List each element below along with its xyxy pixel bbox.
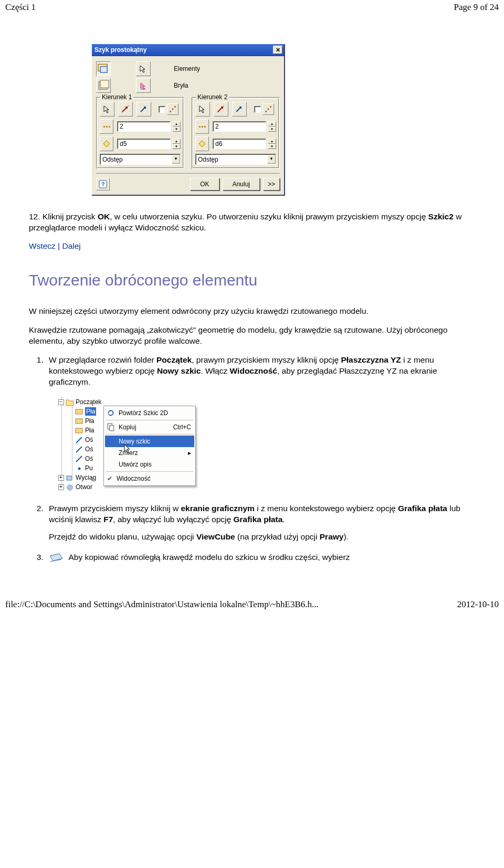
collapse-icon[interactable]: − [58,399,64,405]
filter-elements-icon[interactable] [96,61,111,76]
chevron-down-icon[interactable]: ▼ [267,155,276,164]
ok-button[interactable]: OK [190,178,219,190]
dir1-dim-icon [100,136,113,151]
dir1-spacing-select[interactable]: Odstęp▼ [100,154,181,165]
svg-point-10 [265,111,267,112]
check-icon: ✔ [106,474,113,483]
tree-item[interactable]: Oś [85,454,93,463]
dir1-midplane-icon[interactable] [136,102,151,117]
svg-point-24 [69,486,71,489]
axis-icon [75,436,83,444]
ctx-measure-item[interactable]: Zmierz ▸ [105,447,194,459]
dialog-window: Szyk prostokątny ✕ Elementy [92,44,285,196]
dir2-flip-icon[interactable] [214,102,228,117]
tree-bottom-item[interactable]: Otwor [76,483,92,491]
svg-point-21 [78,467,81,470]
dir1-count-spinner[interactable]: ▲▼ [172,121,181,132]
ctx-create-desc-item[interactable]: Utwórz opis [105,459,194,470]
svg-point-6 [170,111,171,112]
ctx-new-sketch-item[interactable]: Nowy szkic [105,436,194,447]
dir2-count-spinner[interactable]: ▲▼ [268,121,276,132]
section-p1: W niniejszej części utworzymy element od… [29,306,475,317]
expand-icon[interactable]: + [58,475,64,481]
chevron-down-icon[interactable]: ▼ [172,155,180,164]
tree-selected-item[interactable]: Pła [85,407,96,416]
filter-solid-icon[interactable] [96,78,111,93]
close-icon[interactable]: ✕ [273,46,282,54]
plane-icon [75,408,83,416]
dir1-count-input[interactable]: 2 [117,121,171,132]
select-elements-cursor-icon[interactable] [136,61,151,76]
nav-next-link[interactable]: Dalej [62,241,80,250]
tree-root-label[interactable]: Początek [76,398,101,406]
svg-rect-3 [100,80,109,88]
help-icon[interactable]: ? [96,178,110,190]
svg-point-12 [270,106,271,108]
direction2-label: Kierunek 2 [196,93,229,101]
svg-line-20 [76,456,82,462]
nav-links: Wstecz | Dalej [29,241,475,252]
ctx-copy-item[interactable]: Kopiuj Ctrl+C [105,421,194,433]
browser-tree-figure: − Początek Pła Pła Pła Oś Oś Oś Pu +Wyci… [56,397,195,492]
dir1-pattern-icon[interactable] [167,103,178,115]
svg-line-19 [76,447,82,452]
footer-path: file://C:\Documents and Settings\Adminis… [5,599,319,610]
step-2: Prawym przyciskiem myszy kliknij w ekran… [46,503,475,543]
dir2-dim-input[interactable]: d6 [213,139,266,149]
dir1-dim-spinner[interactable]: ▲▼ [172,139,181,149]
svg-rect-22 [67,476,72,480]
axis-icon [75,455,83,463]
dir1-checkbox[interactable] [159,106,165,113]
svg-rect-26 [110,426,114,431]
dir2-midplane-icon[interactable] [232,102,247,117]
tree-item[interactable]: Pła [85,417,94,425]
tree-item[interactable]: Pu [85,464,93,472]
folder-icon [66,398,74,406]
cancel-button[interactable]: Anuluj [223,178,260,190]
step-1: W przeglądarce rozwiń folder Początek, p… [46,355,475,388]
tree-item[interactable]: Pła [85,426,94,435]
dir1-flip-icon[interactable] [118,102,133,117]
dir1-count-icon [100,119,113,134]
expand-icon[interactable]: + [58,484,64,490]
repeat-icon [106,408,116,418]
svg-text:?: ? [101,181,105,187]
dir1-dim-input[interactable]: d5 [117,139,171,149]
extrude-icon [66,474,74,482]
dialog-titlebar[interactable]: Szyk prostokątny ✕ [92,44,284,56]
nav-back-link[interactable]: Wstecz [29,241,56,250]
dir2-pick-cursor-icon[interactable] [195,102,210,117]
dir2-dim-spinner[interactable]: ▲▼ [268,139,276,149]
footer-date: 2012-10-10 [457,599,499,610]
ctx-repeat-item[interactable]: Powtórz Szkic 2D [105,407,194,419]
plane-icon [75,417,83,425]
dir2-checkbox[interactable] [254,106,261,113]
tree-item[interactable]: Oś [85,436,93,444]
dir2-count-input[interactable]: 2 [213,121,266,132]
tree-bottom-item[interactable]: Wyciąg [76,473,96,482]
solid-label: Bryła [174,81,188,90]
expand-button[interactable]: >> [263,178,280,190]
dir2-count-icon [195,119,209,134]
section-p2: Krawędzie rzutowane pomagają „zakotwiczy… [29,325,475,347]
dir2-spacing-select[interactable]: Odstęp▼ [195,154,276,165]
page-header-right: Page 9 of 24 [454,2,499,13]
copy-icon [106,422,116,432]
step-3: Aby kopiować równoległą krawędź modelu d… [46,552,475,564]
direction2-group: Kierunek 2 2 ▲▼ [192,97,280,169]
svg-point-8 [174,106,176,108]
direction1-label: Kierunek 1 [100,93,133,101]
dir1-pick-cursor-icon[interactable] [100,102,114,117]
section-title: Tworzenie obróconego elementu [29,270,475,291]
svg-line-9 [217,105,224,112]
plane-icon [75,427,83,435]
tree-item[interactable]: Oś [85,445,93,453]
dir2-pattern-icon[interactable] [262,103,274,115]
svg-rect-15 [76,409,82,414]
svg-rect-1 [100,67,107,73]
svg-line-5 [122,105,129,112]
svg-line-18 [76,437,82,443]
select-solid-cursor-icon[interactable] [136,78,151,93]
ctx-visibility-item[interactable]: ✔ Widoczność [105,473,194,484]
step-12-text: 12. Kliknij przycisk OK, w celu utworzen… [29,211,475,234]
